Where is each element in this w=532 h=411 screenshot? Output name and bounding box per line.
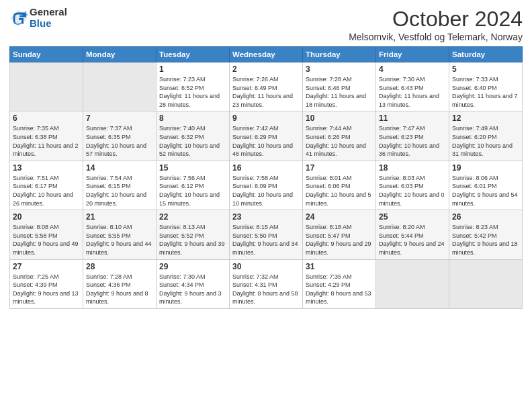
calendar-day-header-thursday: Thursday xyxy=(303,47,376,62)
calendar-cell: 13Sunrise: 7:51 AMSunset: 6:17 PMDayligh… xyxy=(10,161,83,210)
day-info: Sunrise: 7:56 AMSunset: 6:12 PMDaylight:… xyxy=(159,174,226,208)
calendar-cell: 18Sunrise: 8:03 AMSunset: 6:03 PMDayligh… xyxy=(376,161,449,210)
day-info: Sunrise: 7:44 AMSunset: 6:26 PMDaylight:… xyxy=(306,124,373,158)
day-number: 13 xyxy=(13,163,80,173)
calendar-day-header-tuesday: Tuesday xyxy=(157,47,230,62)
page: General Blue October 2024 Melsomvik, Ves… xyxy=(0,0,532,411)
day-info: Sunrise: 8:08 AMSunset: 5:58 PMDaylight:… xyxy=(13,223,80,257)
calendar-cell: 14Sunrise: 7:54 AMSunset: 6:15 PMDayligh… xyxy=(83,161,157,210)
day-number: 30 xyxy=(232,262,300,271)
calendar-header-row: SundayMondayTuesdayWednesdayThursdayFrid… xyxy=(10,47,523,62)
day-info: Sunrise: 7:47 AMSunset: 6:23 PMDaylight:… xyxy=(379,124,446,158)
calendar-day-header-sunday: Sunday xyxy=(10,47,83,62)
calendar: SundayMondayTuesdayWednesdayThursdayFrid… xyxy=(9,46,523,309)
day-number: 10 xyxy=(306,113,373,123)
calendar-cell xyxy=(449,259,523,308)
logo-blue-text: Blue xyxy=(30,18,67,30)
day-number: 14 xyxy=(86,163,153,173)
month-title: October 2024 xyxy=(349,7,523,32)
day-info: Sunrise: 8:03 AMSunset: 6:03 PMDaylight:… xyxy=(379,174,446,208)
calendar-cell: 5Sunrise: 7:33 AMSunset: 6:40 PMDaylight… xyxy=(449,62,523,111)
day-number: 28 xyxy=(86,262,153,271)
calendar-cell: 4Sunrise: 7:30 AMSunset: 6:43 PMDaylight… xyxy=(376,62,449,111)
day-info: Sunrise: 7:32 AMSunset: 4:31 PMDaylight:… xyxy=(232,273,300,306)
calendar-cell: 24Sunrise: 8:18 AMSunset: 5:47 PMDayligh… xyxy=(303,210,376,259)
day-info: Sunrise: 7:28 AMSunset: 4:36 PMDaylight:… xyxy=(86,273,153,306)
day-number: 6 xyxy=(13,113,80,123)
calendar-cell: 19Sunrise: 8:06 AMSunset: 6:01 PMDayligh… xyxy=(449,161,523,210)
day-info: Sunrise: 7:54 AMSunset: 6:15 PMDaylight:… xyxy=(86,174,153,208)
day-info: Sunrise: 7:42 AMSunset: 6:29 PMDaylight:… xyxy=(232,124,300,158)
day-info: Sunrise: 7:26 AMSunset: 6:49 PMDaylight:… xyxy=(232,75,300,109)
day-number: 8 xyxy=(159,113,226,123)
calendar-cell: 8Sunrise: 7:40 AMSunset: 6:32 PMDaylight… xyxy=(157,111,230,161)
day-info: Sunrise: 7:49 AMSunset: 6:20 PMDaylight:… xyxy=(452,124,519,158)
day-number: 25 xyxy=(379,212,446,222)
day-info: Sunrise: 7:30 AMSunset: 4:34 PMDaylight:… xyxy=(159,273,226,306)
calendar-cell: 15Sunrise: 7:56 AMSunset: 6:12 PMDayligh… xyxy=(157,161,230,210)
calendar-cell: 31Sunrise: 7:35 AMSunset: 4:29 PMDayligh… xyxy=(303,259,376,308)
day-info: Sunrise: 7:58 AMSunset: 6:09 PMDaylight:… xyxy=(232,174,300,208)
day-number: 2 xyxy=(232,64,300,74)
calendar-cell: 26Sunrise: 8:23 AMSunset: 5:42 PMDayligh… xyxy=(449,210,523,259)
calendar-cell: 2Sunrise: 7:26 AMSunset: 6:49 PMDaylight… xyxy=(230,62,303,111)
day-info: Sunrise: 8:15 AMSunset: 5:50 PMDaylight:… xyxy=(232,223,300,257)
calendar-cell: 28Sunrise: 7:28 AMSunset: 4:36 PMDayligh… xyxy=(83,259,157,308)
day-info: Sunrise: 8:18 AMSunset: 5:47 PMDaylight:… xyxy=(306,223,373,257)
day-number: 24 xyxy=(306,212,373,222)
day-number: 18 xyxy=(379,163,446,173)
day-info: Sunrise: 7:51 AMSunset: 6:17 PMDaylight:… xyxy=(13,174,80,208)
calendar-cell: 30Sunrise: 7:32 AMSunset: 4:31 PMDayligh… xyxy=(230,259,303,308)
calendar-cell: 29Sunrise: 7:30 AMSunset: 4:34 PMDayligh… xyxy=(157,259,230,308)
day-number: 21 xyxy=(86,212,153,222)
header: General Blue October 2024 Melsomvik, Ves… xyxy=(9,7,523,42)
logo-text: General Blue xyxy=(30,7,67,29)
title-block: October 2024 Melsomvik, Vestfold og Tele… xyxy=(349,7,523,42)
day-info: Sunrise: 7:37 AMSunset: 6:35 PMDaylight:… xyxy=(86,124,153,158)
day-number: 27 xyxy=(13,262,80,271)
calendar-cell: 11Sunrise: 7:47 AMSunset: 6:23 PMDayligh… xyxy=(376,111,449,161)
calendar-week-row: 1Sunrise: 7:23 AMSunset: 6:52 PMDaylight… xyxy=(10,62,523,111)
day-info: Sunrise: 7:35 AMSunset: 6:38 PMDaylight:… xyxy=(13,124,80,158)
calendar-cell: 21Sunrise: 8:10 AMSunset: 5:55 PMDayligh… xyxy=(83,210,157,259)
day-number: 1 xyxy=(159,64,226,74)
day-info: Sunrise: 7:30 AMSunset: 6:43 PMDaylight:… xyxy=(379,75,446,109)
day-number: 11 xyxy=(379,113,446,123)
calendar-day-header-friday: Friday xyxy=(376,47,449,62)
generalblue-logo-icon xyxy=(9,9,28,28)
calendar-week-row: 27Sunrise: 7:25 AMSunset: 4:39 PMDayligh… xyxy=(10,259,523,308)
calendar-cell xyxy=(10,62,83,111)
day-info: Sunrise: 8:20 AMSunset: 5:44 PMDaylight:… xyxy=(379,223,446,257)
day-info: Sunrise: 7:40 AMSunset: 6:32 PMDaylight:… xyxy=(159,124,226,158)
calendar-cell: 27Sunrise: 7:25 AMSunset: 4:39 PMDayligh… xyxy=(10,259,83,308)
day-number: 17 xyxy=(306,163,373,173)
location: Melsomvik, Vestfold og Telemark, Norway xyxy=(349,32,523,42)
day-number: 23 xyxy=(232,212,300,222)
logo: General Blue xyxy=(9,7,67,29)
calendar-cell: 1Sunrise: 7:23 AMSunset: 6:52 PMDaylight… xyxy=(157,62,230,111)
day-number: 7 xyxy=(86,113,153,123)
calendar-cell: 16Sunrise: 7:58 AMSunset: 6:09 PMDayligh… xyxy=(230,161,303,210)
day-info: Sunrise: 7:35 AMSunset: 4:29 PMDaylight:… xyxy=(306,273,373,306)
calendar-week-row: 6Sunrise: 7:35 AMSunset: 6:38 PMDaylight… xyxy=(10,111,523,161)
calendar-week-row: 20Sunrise: 8:08 AMSunset: 5:58 PMDayligh… xyxy=(10,210,523,259)
day-number: 19 xyxy=(452,163,519,173)
calendar-cell: 22Sunrise: 8:13 AMSunset: 5:52 PMDayligh… xyxy=(157,210,230,259)
calendar-cell: 3Sunrise: 7:28 AMSunset: 6:46 PMDaylight… xyxy=(303,62,376,111)
day-info: Sunrise: 8:23 AMSunset: 5:42 PMDaylight:… xyxy=(452,223,519,257)
calendar-cell: 25Sunrise: 8:20 AMSunset: 5:44 PMDayligh… xyxy=(376,210,449,259)
calendar-cell: 9Sunrise: 7:42 AMSunset: 6:29 PMDaylight… xyxy=(230,111,303,161)
day-number: 12 xyxy=(452,113,519,123)
day-info: Sunrise: 7:33 AMSunset: 6:40 PMDaylight:… xyxy=(452,75,519,109)
logo-general-text: General xyxy=(30,7,67,18)
calendar-cell xyxy=(376,259,449,308)
day-number: 5 xyxy=(452,64,519,74)
day-number: 4 xyxy=(379,64,446,74)
day-info: Sunrise: 8:06 AMSunset: 6:01 PMDaylight:… xyxy=(452,174,519,208)
day-number: 31 xyxy=(306,262,373,271)
calendar-week-row: 13Sunrise: 7:51 AMSunset: 6:17 PMDayligh… xyxy=(10,161,523,210)
day-number: 26 xyxy=(452,212,519,222)
calendar-cell: 7Sunrise: 7:37 AMSunset: 6:35 PMDaylight… xyxy=(83,111,157,161)
day-number: 16 xyxy=(232,163,300,173)
day-info: Sunrise: 8:13 AMSunset: 5:52 PMDaylight:… xyxy=(159,223,226,257)
